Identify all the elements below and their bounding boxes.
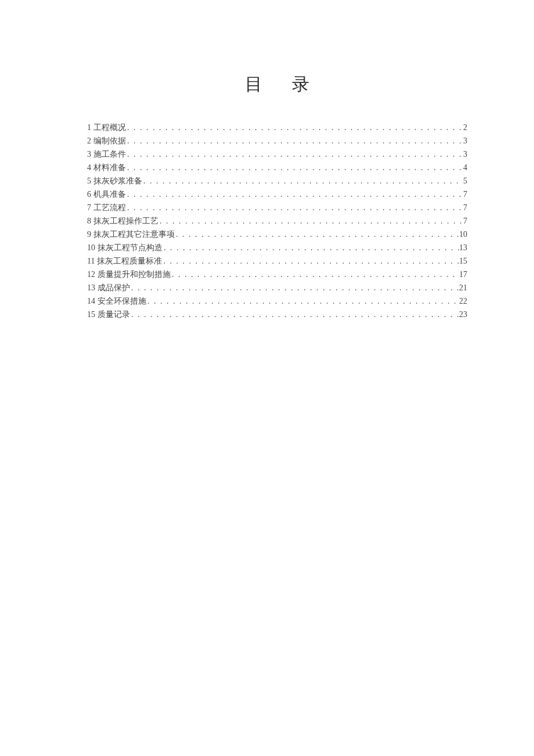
page-title: 目 录 xyxy=(87,73,467,96)
toc-leader xyxy=(126,147,463,161)
toc-entry-page: 2 xyxy=(463,121,467,134)
toc-entry-label: 抹灰工程质量标准 xyxy=(97,254,162,268)
toc-entry-number: 7 xyxy=(87,201,91,214)
toc-entry-number: 1 xyxy=(87,121,91,134)
toc-leader xyxy=(126,161,463,174)
toc-entry-page: 21 xyxy=(459,281,467,294)
toc-entry: 3 施工条件 3 xyxy=(87,147,467,161)
toc-entry-label: 抹灰砂浆准备 xyxy=(93,174,142,188)
toc-entry: 8 抹灰工程操作工艺 7 xyxy=(87,214,467,228)
toc-entry-page: 4 xyxy=(463,161,467,174)
toc-leader xyxy=(162,254,459,268)
toc-entry: 13 成品保护 21 xyxy=(87,281,467,294)
toc-leader xyxy=(130,281,459,294)
toc-entry-number: 13 xyxy=(87,281,95,294)
toc-entry-number: 12 xyxy=(87,268,95,281)
toc-entry-page: 7 xyxy=(463,201,467,214)
toc-entry: 2 编制依据 3 xyxy=(87,134,467,147)
toc-leader xyxy=(126,134,463,147)
toc-entry: 10 抹灰工程节点构造 13 xyxy=(87,241,467,254)
toc-leader xyxy=(146,294,459,308)
toc-entry: 9 抹灰工程其它注意事项 10 xyxy=(87,228,467,241)
toc-entry-label: 机具准备 xyxy=(93,188,126,201)
toc-entry-page: 17 xyxy=(459,268,467,281)
toc-entry-number: 9 xyxy=(87,228,91,241)
toc-entry-label: 工程概况 xyxy=(93,121,126,134)
toc-entry-number: 3 xyxy=(87,147,91,161)
toc-entry-number: 2 xyxy=(87,134,91,147)
toc-entry-page: 23 xyxy=(459,308,467,321)
toc-entry-page: 15 xyxy=(459,254,467,268)
toc-entry-label: 编制依据 xyxy=(93,134,126,147)
toc-entry-page: 7 xyxy=(463,188,467,201)
toc-leader xyxy=(142,174,463,188)
toc-entry-label: 质量记录 xyxy=(98,308,130,321)
toc-entry: 5 抹灰砂浆准备 5 xyxy=(87,174,467,188)
toc-entry-label: 工艺流程 xyxy=(93,201,126,214)
toc-entry-page: 3 xyxy=(463,147,467,161)
table-of-contents: 1 工程概况 2 2 编制依据 3 3 施工条件 3 4 材料准备 4 5 抹灰… xyxy=(87,121,467,321)
toc-entry: 11 抹灰工程质量标准 15 xyxy=(87,254,467,268)
toc-leader xyxy=(126,121,463,134)
toc-entry-number: 15 xyxy=(87,308,95,321)
toc-leader xyxy=(175,228,459,241)
toc-entry: 15 质量记录 23 xyxy=(87,308,467,321)
toc-leader xyxy=(163,241,459,254)
toc-leader xyxy=(130,308,459,321)
toc-entry: 7 工艺流程 7 xyxy=(87,201,467,214)
toc-entry-label: 材料准备 xyxy=(93,161,126,174)
toc-entry-number: 11 xyxy=(87,254,95,268)
toc-entry-page: 13 xyxy=(459,241,467,254)
toc-entry-number: 5 xyxy=(87,174,91,188)
toc-entry-number: 8 xyxy=(87,214,91,228)
toc-entry-label: 成品保护 xyxy=(98,281,130,294)
toc-entry-page: 3 xyxy=(463,134,467,147)
toc-leader xyxy=(126,188,463,201)
toc-entry-label: 安全环保措施 xyxy=(98,294,146,308)
toc-entry-label: 施工条件 xyxy=(93,147,126,161)
toc-entry-number: 14 xyxy=(87,294,95,308)
toc-entry: 14 安全环保措施 22 xyxy=(87,294,467,308)
toc-entry: 12 质量提升和控制措施 17 xyxy=(87,268,467,281)
toc-entry: 4 材料准备 4 xyxy=(87,161,467,174)
toc-entry: 1 工程概况 2 xyxy=(87,121,467,134)
toc-entry-page: 10 xyxy=(459,228,467,241)
toc-entry-label: 抹灰工程节点构造 xyxy=(98,241,163,254)
toc-entry-number: 4 xyxy=(87,161,91,174)
toc-entry-label: 抹灰工程其它注意事项 xyxy=(93,228,175,241)
toc-entry-page: 22 xyxy=(459,294,467,308)
toc-entry-number: 6 xyxy=(87,188,91,201)
toc-leader xyxy=(171,268,459,281)
toc-entry: 6 机具准备 7 xyxy=(87,188,467,201)
toc-leader xyxy=(126,201,463,214)
toc-entry-label: 质量提升和控制措施 xyxy=(98,268,171,281)
toc-entry-number: 10 xyxy=(87,241,95,254)
toc-entry-label: 抹灰工程操作工艺 xyxy=(93,214,158,228)
toc-leader xyxy=(158,214,463,228)
toc-entry-page: 5 xyxy=(463,174,467,188)
toc-entry-page: 7 xyxy=(463,214,467,228)
